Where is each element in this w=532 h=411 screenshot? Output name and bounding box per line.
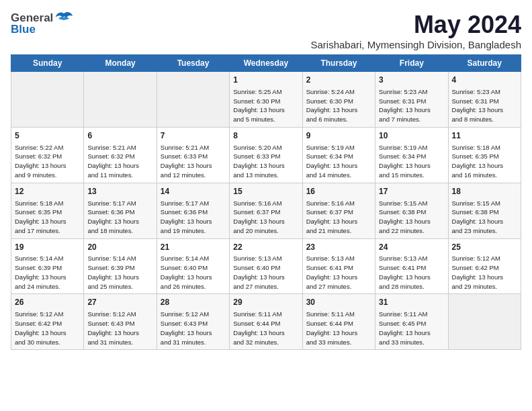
- day-info: Sunrise: 5:21 AM Sunset: 6:32 PM Dayligh…: [87, 143, 152, 180]
- day-number: 22: [233, 242, 298, 253]
- day-info: Sunrise: 5:12 AM Sunset: 6:43 PM Dayligh…: [161, 310, 226, 347]
- day-number: 9: [306, 130, 371, 142]
- week-row-1: 1Sunrise: 5:25 AM Sunset: 6:30 PM Daylig…: [11, 72, 521, 128]
- day-info: Sunrise: 5:14 AM Sunset: 6:40 PM Dayligh…: [161, 254, 226, 291]
- day-info: Sunrise: 5:19 AM Sunset: 6:34 PM Dayligh…: [306, 143, 371, 180]
- calendar-cell: 5Sunrise: 5:22 AM Sunset: 6:32 PM Daylig…: [11, 127, 84, 183]
- header-monday: Monday: [84, 55, 157, 72]
- day-info: Sunrise: 5:15 AM Sunset: 6:38 PM Dayligh…: [379, 199, 444, 236]
- calendar-header-row: SundayMondayTuesdayWednesdayThursdayFrid…: [11, 55, 521, 72]
- title-area: May 2024 Sarishabari, Mymensingh Divisio…: [311, 11, 522, 50]
- day-info: Sunrise: 5:20 AM Sunset: 6:33 PM Dayligh…: [233, 143, 298, 180]
- day-info: Sunrise: 5:22 AM Sunset: 6:32 PM Dayligh…: [15, 143, 80, 180]
- day-info: Sunrise: 5:13 AM Sunset: 6:41 PM Dayligh…: [306, 254, 371, 291]
- calendar-cell: 13Sunrise: 5:17 AM Sunset: 6:36 PM Dayli…: [84, 183, 157, 238]
- day-number: 3: [379, 75, 444, 86]
- calendar-cell: 27Sunrise: 5:12 AM Sunset: 6:43 PM Dayli…: [84, 294, 157, 350]
- day-number: 15: [233, 186, 298, 197]
- calendar-cell: 14Sunrise: 5:17 AM Sunset: 6:36 PM Dayli…: [157, 183, 229, 238]
- day-info: Sunrise: 5:11 AM Sunset: 6:44 PM Dayligh…: [233, 310, 298, 347]
- day-number: 6: [87, 130, 152, 142]
- day-number: 12: [15, 186, 80, 197]
- calendar-subtitle: Sarishabari, Mymensingh Division, Bangla…: [311, 39, 522, 50]
- header: General Blue May 2024 Sarishabari, Mymen…: [11, 11, 521, 50]
- header-wednesday: Wednesday: [230, 55, 302, 72]
- calendar-table: SundayMondayTuesdayWednesdayThursdayFrid…: [11, 54, 521, 350]
- calendar-cell: 16Sunrise: 5:16 AM Sunset: 6:37 PM Dayli…: [302, 183, 375, 238]
- day-number: 18: [452, 186, 517, 197]
- calendar-cell: 30Sunrise: 5:11 AM Sunset: 6:44 PM Dayli…: [302, 294, 375, 350]
- day-info: Sunrise: 5:17 AM Sunset: 6:36 PM Dayligh…: [161, 199, 226, 236]
- calendar-cell: [84, 72, 157, 128]
- day-number: 7: [161, 130, 226, 142]
- day-info: Sunrise: 5:14 AM Sunset: 6:39 PM Dayligh…: [15, 254, 80, 291]
- day-info: Sunrise: 5:15 AM Sunset: 6:38 PM Dayligh…: [452, 199, 517, 236]
- logo: General Blue: [11, 11, 73, 36]
- day-info: Sunrise: 5:11 AM Sunset: 6:44 PM Dayligh…: [306, 310, 371, 347]
- logo-blue-text: Blue: [11, 23, 36, 36]
- calendar-cell: [157, 72, 229, 128]
- day-number: 23: [306, 242, 371, 253]
- day-number: 13: [87, 186, 152, 197]
- day-number: 27: [87, 297, 152, 308]
- calendar-cell: 19Sunrise: 5:14 AM Sunset: 6:39 PM Dayli…: [11, 238, 84, 294]
- calendar-cell: 10Sunrise: 5:19 AM Sunset: 6:34 PM Dayli…: [375, 127, 448, 183]
- day-info: Sunrise: 5:12 AM Sunset: 6:43 PM Dayligh…: [87, 310, 152, 347]
- calendar-cell: 17Sunrise: 5:15 AM Sunset: 6:38 PM Dayli…: [375, 183, 448, 238]
- day-number: 5: [15, 130, 80, 142]
- calendar-cell: [448, 294, 521, 350]
- calendar-cell: 7Sunrise: 5:21 AM Sunset: 6:33 PM Daylig…: [157, 127, 229, 183]
- day-number: 20: [87, 242, 152, 253]
- day-info: Sunrise: 5:16 AM Sunset: 6:37 PM Dayligh…: [306, 199, 371, 236]
- calendar-cell: 26Sunrise: 5:12 AM Sunset: 6:42 PM Dayli…: [11, 294, 84, 350]
- day-number: 16: [306, 186, 371, 197]
- day-info: Sunrise: 5:18 AM Sunset: 6:35 PM Dayligh…: [15, 199, 80, 236]
- day-number: 14: [161, 186, 226, 197]
- day-number: 29: [233, 297, 298, 308]
- header-sunday: Sunday: [11, 55, 84, 72]
- logo-bird-icon: [54, 11, 73, 26]
- day-number: 30: [306, 297, 371, 308]
- week-row-4: 19Sunrise: 5:14 AM Sunset: 6:39 PM Dayli…: [11, 238, 521, 294]
- day-number: 8: [233, 130, 298, 142]
- day-info: Sunrise: 5:12 AM Sunset: 6:42 PM Dayligh…: [452, 254, 517, 291]
- day-info: Sunrise: 5:19 AM Sunset: 6:34 PM Dayligh…: [379, 143, 444, 180]
- day-info: Sunrise: 5:21 AM Sunset: 6:33 PM Dayligh…: [161, 143, 226, 180]
- calendar-cell: 15Sunrise: 5:16 AM Sunset: 6:37 PM Dayli…: [230, 183, 302, 238]
- header-saturday: Saturday: [448, 55, 521, 72]
- day-info: Sunrise: 5:14 AM Sunset: 6:39 PM Dayligh…: [87, 254, 152, 291]
- day-info: Sunrise: 5:17 AM Sunset: 6:36 PM Dayligh…: [87, 199, 152, 236]
- day-number: 10: [379, 130, 444, 142]
- calendar-cell: 1Sunrise: 5:25 AM Sunset: 6:30 PM Daylig…: [230, 72, 302, 128]
- day-info: Sunrise: 5:13 AM Sunset: 6:41 PM Dayligh…: [379, 254, 444, 291]
- header-tuesday: Tuesday: [157, 55, 229, 72]
- calendar-cell: 31Sunrise: 5:11 AM Sunset: 6:45 PM Dayli…: [375, 294, 448, 350]
- day-number: 11: [452, 130, 517, 142]
- calendar-cell: 20Sunrise: 5:14 AM Sunset: 6:39 PM Dayli…: [84, 238, 157, 294]
- calendar-cell: 6Sunrise: 5:21 AM Sunset: 6:32 PM Daylig…: [84, 127, 157, 183]
- header-thursday: Thursday: [302, 55, 375, 72]
- calendar-cell: 23Sunrise: 5:13 AM Sunset: 6:41 PM Dayli…: [302, 238, 375, 294]
- calendar-cell: 18Sunrise: 5:15 AM Sunset: 6:38 PM Dayli…: [448, 183, 521, 238]
- calendar-cell: 12Sunrise: 5:18 AM Sunset: 6:35 PM Dayli…: [11, 183, 84, 238]
- day-number: 31: [379, 297, 444, 308]
- day-number: 28: [161, 297, 226, 308]
- day-info: Sunrise: 5:23 AM Sunset: 6:31 PM Dayligh…: [452, 87, 517, 124]
- calendar-cell: 9Sunrise: 5:19 AM Sunset: 6:34 PM Daylig…: [302, 127, 375, 183]
- day-info: Sunrise: 5:12 AM Sunset: 6:42 PM Dayligh…: [15, 310, 80, 347]
- week-row-5: 26Sunrise: 5:12 AM Sunset: 6:42 PM Dayli…: [11, 294, 521, 350]
- day-number: 25: [452, 242, 517, 253]
- day-number: 2: [306, 75, 371, 86]
- day-info: Sunrise: 5:16 AM Sunset: 6:37 PM Dayligh…: [233, 199, 298, 236]
- calendar-cell: 22Sunrise: 5:13 AM Sunset: 6:40 PM Dayli…: [230, 238, 302, 294]
- calendar-cell: 2Sunrise: 5:24 AM Sunset: 6:30 PM Daylig…: [302, 72, 375, 128]
- day-number: 17: [379, 186, 444, 197]
- calendar-title: May 2024: [311, 11, 522, 39]
- calendar-cell: 29Sunrise: 5:11 AM Sunset: 6:44 PM Dayli…: [230, 294, 302, 350]
- day-info: Sunrise: 5:13 AM Sunset: 6:40 PM Dayligh…: [233, 254, 298, 291]
- day-number: 21: [161, 242, 226, 253]
- week-row-3: 12Sunrise: 5:18 AM Sunset: 6:35 PM Dayli…: [11, 183, 521, 238]
- day-info: Sunrise: 5:18 AM Sunset: 6:35 PM Dayligh…: [452, 143, 517, 180]
- calendar-cell: [11, 72, 84, 128]
- calendar-cell: 4Sunrise: 5:23 AM Sunset: 6:31 PM Daylig…: [448, 72, 521, 128]
